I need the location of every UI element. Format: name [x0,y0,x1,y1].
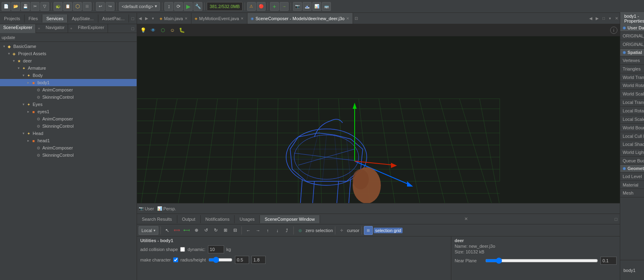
perspective-item[interactable]: 📊 Persp. [157,206,176,211]
tree-item-skinning-2[interactable]: ⚙ SkinningControl [0,122,137,130]
tab-scene-composer[interactable]: ◉ SceneComposer - Models/deer/new_deer.j… [247,13,353,24]
move-icon[interactable]: ↕ [164,2,173,11]
tree-item-animcomposer-1[interactable]: ⚙ AnimComposer [0,86,137,93]
warning-icon[interactable]: ⚠ [247,2,256,11]
camera-icon[interactable]: 📷 [293,2,302,11]
tree-item-head1[interactable]: ▸ ■ head1 [0,137,137,144]
bus-icon[interactable]: 🚌 [322,2,331,11]
zero-selection-icon[interactable]: ◎ [296,226,305,235]
arrow-forward-icon[interactable]: ⤴ [283,226,291,235]
tab-main-java[interactable]: ◈ Main.java ✕ [156,13,191,24]
tab-properties[interactable]: body1 - Properties [620,12,644,25]
collision-checkbox[interactable] [180,247,185,252]
radius-value[interactable] [235,256,249,264]
rotate-left-icon[interactable]: ↺ [202,226,210,235]
play-icon[interactable]: ▶ [184,2,193,11]
icon-b[interactable]: 📋 [63,2,72,11]
tab-nav-list[interactable]: ▾ [150,13,156,24]
icon-d[interactable]: ⊞ [83,2,91,11]
arrow-right-icon[interactable]: → [253,226,262,235]
move-xy-icon[interactable]: ⊕ [192,226,201,235]
next-icon[interactable]: → [280,2,289,11]
close-tab-main[interactable]: ✕ [185,17,188,21]
redo-icon[interactable]: ↪ [106,2,114,11]
tab-usages[interactable]: Usages [235,215,260,223]
tab-mymotion-java[interactable]: ◈ MyMotionEvent.java ✕ [191,13,247,24]
prev-tab-btn[interactable]: ◀ [588,13,594,24]
tree-item-skinning-3[interactable]: ⚙ SkinningControl [0,151,137,159]
scale-up-icon[interactable]: ⊞ [221,226,230,235]
tab-scene-composer-window[interactable]: SceneComposer Window [260,215,320,223]
tree-item-eyes[interactable]: ▾ ✦ Eyes [0,101,137,108]
close-bottom-panel[interactable]: ✕ [461,215,471,223]
near-plane-value[interactable] [600,257,617,265]
selection-grid-icon[interactable]: ⊞ [364,226,373,235]
dynamic-value-input[interactable] [208,245,224,253]
config-dropdown[interactable]: <default config> ▾ [119,2,160,11]
tab-filter-explorer[interactable]: FilterExplorer [75,24,108,33]
icon-c[interactable]: ⬡ [73,2,82,11]
tab-nav-left[interactable]: ◀ [137,13,143,24]
close-tab-scene[interactable]: ✕ [346,17,349,21]
build-icon[interactable]: 🔧 [193,2,202,11]
tree-item-head[interactable]: ▾ ✦ Head [0,130,137,137]
tree-item-basicgame[interactable]: ▾ ◆ BasicGame [0,43,137,50]
selection-grid-label[interactable]: selection grid [374,228,403,233]
camera-user-item[interactable]: 📷 User [139,206,154,211]
tree-item-body1[interactable]: ▸ ■ body1 [0,79,137,86]
tab-collapse-right[interactable]: ▾ [607,13,613,24]
bug-icon[interactable]: 🐛 [178,26,186,34]
move-y-icon[interactable]: ⟻ [182,226,191,235]
scale-down-icon[interactable]: ⊟ [231,226,239,235]
arrow-up-icon[interactable]: ↑ [263,226,272,235]
tab-assetpac[interactable]: AssetPac... [98,15,129,23]
eye-icon[interactable]: 👁 [149,26,157,34]
info-icon[interactable]: i [610,27,617,34]
tree-item-animcomposer-3[interactable]: ⚙ AnimComposer [0,144,137,151]
tree-item-animcomposer-2[interactable]: ⚙ AnimComposer [0,115,137,122]
tree-item-deer[interactable]: ▾ ★ deer [0,57,137,64]
filter-icon[interactable]: ▽ [40,2,49,11]
tree-item-body[interactable]: ▾ ✦ Body [0,72,137,79]
tab-scene-explorer[interactable]: SceneExplorer [0,24,36,33]
tree-item-eyes1[interactable]: ▸ ■ eyes1 [0,108,137,115]
3d-viewport[interactable] [137,36,620,203]
tab-files[interactable]: Files [25,15,42,23]
chart-icon[interactable]: 📊 [312,2,321,11]
cube-icon[interactable]: ⬡ [159,26,167,34]
tab-projects[interactable]: Projects [0,15,25,23]
select-icon[interactable]: ↖ [163,226,172,235]
near-plane-slider[interactable] [485,257,598,264]
icon-a[interactable]: 🐢 [54,2,62,11]
height-value[interactable] [251,256,266,264]
character-checkbox[interactable] [173,257,178,262]
undo-icon[interactable]: ↩ [96,2,105,11]
tab-nav-right[interactable]: ▶ [143,13,150,24]
scene-tree[interactable]: ▾ ◆ BasicGame ▾ ◈ Project Assets ▾ ★ dee… [0,42,137,280]
move-x-icon[interactable]: ⟺ [172,226,181,235]
tab-output[interactable]: Output [177,215,201,223]
transform-icon[interactable]: ⟳ [174,2,183,11]
open-file-icon[interactable]: 📂 [11,2,20,11]
tab-expand-btn[interactable]: ⊡ [353,13,359,24]
zero-selection-label[interactable]: zero selection [305,228,333,233]
arrow-left-icon[interactable]: ← [244,226,253,235]
tab-search-results[interactable]: Search Results [137,215,177,223]
new-file-icon[interactable]: 📄 [2,2,10,11]
cursor-icon[interactable]: ✛ [337,226,346,235]
smiley-icon[interactable]: ☺ [168,26,177,34]
tab-appstate[interactable]: AppState... [68,15,98,23]
tab-notifications[interactable]: Notifications [201,215,235,223]
terrain-icon[interactable]: 🗻 [303,2,312,11]
cursor-label[interactable]: cursor [347,228,359,233]
mode-dropdown[interactable]: Local ▾ [139,226,158,235]
cut-icon[interactable]: ✂ [31,2,39,11]
rotate-right-icon[interactable]: ↻ [211,226,220,235]
add-icon[interactable]: + [270,2,279,11]
close-tab-mymotion[interactable]: ✕ [241,17,244,21]
tab-services[interactable]: Services [42,15,68,23]
tab-expand-right[interactable]: □ [600,13,607,24]
light-icon[interactable]: 💡 [139,26,147,34]
error-icon[interactable]: 🔴 [257,2,266,11]
maximize-bottom-panel[interactable]: □ [612,215,620,223]
